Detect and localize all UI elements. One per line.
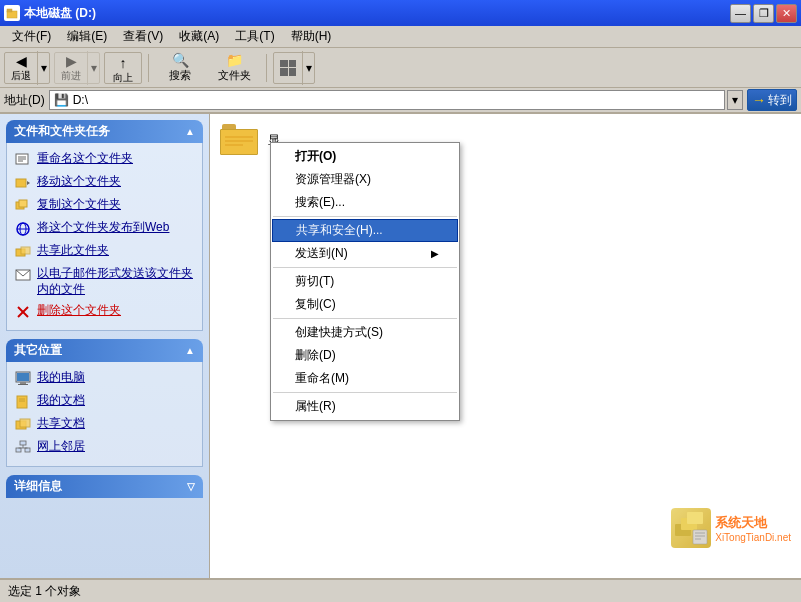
forward-dropdown[interactable]: ▾ [87,51,99,85]
ctx-copy-label: 复制(C) [295,296,336,313]
my-computer-label: 我的电脑 [37,370,85,386]
folders-button[interactable]: 📁 文件夹 [209,51,260,85]
ctx-open[interactable]: 打开(O) [271,145,459,168]
address-dropdown[interactable]: ▾ [727,90,743,110]
details-header[interactable]: 详细信息 ▽ [6,475,203,498]
menu-view[interactable]: 查看(V) [115,26,171,47]
ctx-delete-label: 删除(D) [295,347,336,364]
other-places-chevron: ▲ [185,345,195,356]
ctx-search[interactable]: 搜索(E)... [271,191,459,214]
menu-help[interactable]: 帮助(H) [283,26,340,47]
svg-rect-6 [16,179,26,187]
email-icon [15,267,31,283]
watermark-icon [671,508,711,548]
share-task[interactable]: 共享此文件夹 [11,241,198,262]
svg-rect-26 [20,419,30,427]
ctx-delete[interactable]: 删除(D) [271,344,459,367]
rename-task[interactable]: 重命名这个文件夹 [11,149,198,170]
file-tasks-section: 文件和文件夹任务 ▲ 重命名这个文件夹 [6,120,203,331]
restore-button[interactable]: ❐ [753,4,774,23]
share-label: 共享此文件夹 [37,243,109,259]
watermark: 系统天地 XiTongTianDi.net [671,508,791,548]
move-label: 移动这个文件夹 [37,174,121,190]
ctx-sep-2 [273,267,457,268]
menu-favorites[interactable]: 收藏(A) [171,26,227,47]
ctx-properties-label: 属性(R) [295,398,336,415]
my-computer[interactable]: 我的电脑 [11,368,198,389]
menu-tools[interactable]: 工具(T) [227,26,282,47]
ctx-rename[interactable]: 重命名(M) [271,367,459,390]
menu-file[interactable]: 文件(F) [4,26,59,47]
views-button[interactable] [274,56,302,80]
file-tasks-chevron: ▲ [185,126,195,137]
ctx-share-security-label: 共享和安全(H)... [296,222,383,239]
ctx-copy[interactable]: 复制(C) [271,293,459,316]
context-menu: 打开(O) 资源管理器(X) 搜索(E)... 共享和安全(H)... 发送到(… [270,142,460,421]
back-dropdown[interactable]: ▾ [37,51,49,85]
folders-icon: 📁 [226,52,243,68]
minimize-button[interactable]: — [730,4,751,23]
ctx-open-label: 打开(O) [295,148,336,165]
folders-label: 文件夹 [218,68,251,83]
forward-button[interactable]: ▶ 前进 [55,51,87,85]
address-value: D:\ [73,93,88,107]
search-button[interactable]: 🔍 搜索 [155,51,205,85]
title-bar-left: 本地磁盘 (D:) [4,5,96,22]
svg-rect-34 [687,512,703,524]
forward-nav: ▶ 前进 ▾ [54,52,100,84]
delete-task[interactable]: 删除这个文件夹 [11,301,198,322]
ctx-sendto[interactable]: 发送到(N) ▶ [271,242,459,265]
other-places-body: 我的电脑 我的文档 [6,362,203,467]
ctx-sep-1 [273,216,457,217]
svg-rect-21 [18,384,28,385]
network-icon [15,440,31,456]
ctx-cut[interactable]: 剪切(T) [271,270,459,293]
menu-edit[interactable]: 编辑(E) [59,26,115,47]
my-documents[interactable]: 我的文档 [11,391,198,412]
other-places-title: 其它位置 [14,342,62,359]
svg-marker-7 [27,181,30,185]
ctx-explorer-label: 资源管理器(X) [295,171,371,188]
window-title: 本地磁盘 (D:) [24,5,96,22]
status-bar: 选定 1 个对象 [0,578,801,602]
folder-item[interactable] [220,124,260,156]
rename-label: 重命名这个文件夹 [37,151,133,167]
svg-rect-29 [25,448,30,452]
search-label: 搜索 [169,68,191,83]
svg-rect-27 [20,441,26,445]
goto-arrow-icon: → [752,92,766,108]
address-label: 地址(D) [4,92,45,109]
shareddocs-icon [15,417,31,433]
up-button[interactable]: ↑ 向上 [104,52,142,84]
toolbar-sep-1 [148,54,149,82]
views-nav: ▾ [273,52,315,84]
forward-label: 前进 [61,69,81,83]
move-task[interactable]: 移动这个文件夹 [11,172,198,193]
rename-icon [15,152,31,168]
my-documents-label: 我的文档 [37,393,85,409]
copy-task[interactable]: 复制这个文件夹 [11,195,198,216]
file-tasks-header[interactable]: 文件和文件夹任务 ▲ [6,120,203,143]
email-task[interactable]: 以电子邮件形式发送该文件夹内的文件 [11,264,198,299]
views-dropdown[interactable]: ▾ [302,51,314,85]
address-field[interactable]: 💾 D:\ [49,90,725,110]
svg-rect-22 [17,396,27,408]
ctx-properties[interactable]: 属性(R) [271,395,459,418]
svg-rect-35 [693,530,707,544]
delete-icon [15,304,31,320]
network-places[interactable]: 网上邻居 [11,437,198,458]
goto-button[interactable]: → 转到 [747,89,797,111]
close-button[interactable]: ✕ [776,4,797,23]
ctx-shortcut[interactable]: 创建快捷方式(S) [271,321,459,344]
ctx-explorer[interactable]: 资源管理器(X) [271,168,459,191]
ctx-share-security[interactable]: 共享和安全(H)... [272,219,458,242]
publish-label: 将这个文件夹发布到Web [37,220,169,236]
shared-docs[interactable]: 共享文档 [11,414,198,435]
copy-icon [15,198,31,214]
share-icon [15,244,31,260]
publish-task[interactable]: 将这个文件夹发布到Web [11,218,198,239]
address-bar: 地址(D) 💾 D:\ ▾ → 转到 [0,88,801,114]
other-places-header[interactable]: 其它位置 ▲ [6,339,203,362]
back-button[interactable]: ◀ 后退 [5,51,37,85]
ctx-sep-4 [273,392,457,393]
